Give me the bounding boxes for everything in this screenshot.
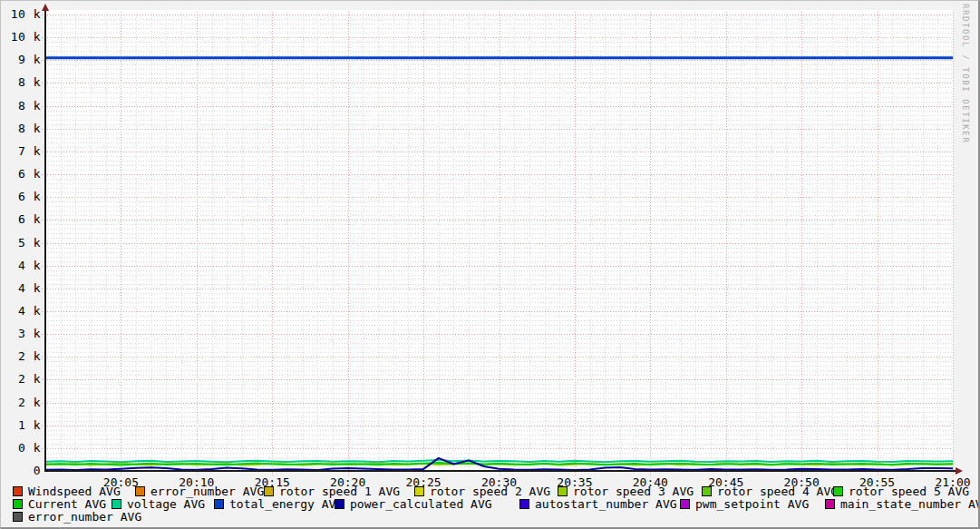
legend-swatch-current [13,499,23,509]
legend-item-rotor_speed_1: rotor speed 1 AVG [264,485,400,497]
legend-label: pwm_setpoint AVG [695,498,809,510]
legend-label: rotor speed 2 AVG [430,485,550,497]
y-tick-label: 2 k [1,396,41,409]
legend-item-pwm_setpoint: pwm_setpoint AVG [680,498,809,510]
legend-swatch-rotor_speed_4 [702,486,712,496]
legend-item-autostart_number: autostart_number AVG [519,498,677,510]
legend-swatch-rotor_speed_3 [558,486,568,496]
y-tick-label: 3 k [1,327,41,340]
y-tick-label: 4 k [1,281,41,295]
legend-swatch-rotor_speed_5 [833,486,843,496]
y-tick-label: 0 [1,464,41,477]
y-tick-label: 6 k [1,190,41,203]
legend-swatch-total_energy [214,499,224,509]
legend-label: error_number AVG [28,511,141,523]
rrdtool-graph: 10 k10 k9 k8 k8 k8 k7 k6 k6 k6 k5 k4 k4 … [0,0,980,529]
legend-swatch-error_number_2 [13,512,23,522]
legend-swatch-voltage [112,499,121,509]
legend-swatch-windspeed [13,486,23,496]
y-tick-label: 4 k [1,259,41,272]
legend-item-power_calculated: power_calculated AVG [335,498,492,510]
legend-item-current: Current AVG [13,498,106,510]
legend-swatch-autostart_number [519,499,529,509]
y-tick-label: 8 k [1,99,41,113]
legend-swatch-power_calculated [335,499,344,509]
legend-label: autostart_number AVG [535,498,677,510]
y-tick-label: 2 k [1,349,41,363]
legend-item-total_energy: total_energy AVG [214,498,343,510]
y-tick-label: 8 k [1,122,41,135]
rrdtool-watermark: RRDTOOL / TOBI OETIKER [961,4,970,143]
y-tick-label: 4 k [1,304,41,318]
legend-label: Windspeed AVG [28,485,121,497]
y-tick-label: 6 k [1,212,41,226]
legend-label: power_calculated AVG [350,498,492,510]
y-tick-label: 1 k [1,418,41,432]
y-tick-label: 6 k [1,167,41,181]
legend-item-rotor_speed_2: rotor speed 2 AVG [414,485,550,497]
y-tick-label: 10 k [1,30,41,44]
y-tick-label: 2 k [1,372,41,386]
legend-label: total_energy AVG [229,498,343,510]
y-tick-label: 10 k [1,7,41,21]
legend-item-voltage: voltage AVG [112,498,205,510]
y-axis-arrow [42,4,49,11]
legend-swatch-pwm_setpoint [680,499,690,509]
legend-label: rotor speed 5 AVG [849,485,969,497]
y-tick-label: 8 k [1,75,41,89]
legend-label: voltage AVG [127,498,205,510]
y-tick-label: 5 k [1,236,41,250]
legend-label: rotor speed 4 AVG [717,485,838,497]
legend-item-error_number_2: error_number AVG [13,511,141,523]
x-axis-arrow [956,467,963,475]
legend-item-error_number: error_number AVG [135,485,264,497]
legend-item-rotor_speed_3: rotor speed 3 AVG [558,485,694,497]
legend-swatch-main_state_number [825,499,835,509]
legend-swatch-rotor_speed_1 [264,486,274,496]
y-tick-label: 0 k [1,441,41,455]
legend-item-main_state_number: main_state_number AVG [825,498,980,510]
legend-label: error_number AVG [150,485,264,497]
chart-plot-area [1,1,980,529]
legend-label: Current AVG [28,498,106,510]
legend-swatch-rotor_speed_2 [414,486,424,496]
legend-swatch-error_number [135,486,145,496]
legend-label: rotor speed 1 AVG [279,485,400,497]
y-tick-label: 7 k [1,144,41,158]
y-tick-label: 9 k [1,53,41,66]
legend-item-rotor_speed_5: rotor speed 5 AVG [833,485,969,497]
legend-label: rotor speed 3 AVG [573,485,694,497]
legend-item-rotor_speed_4: rotor speed 4 AVG [702,485,838,497]
legend-item-windspeed: Windspeed AVG [13,485,121,497]
legend-label: main_state_number AVG [840,498,980,510]
